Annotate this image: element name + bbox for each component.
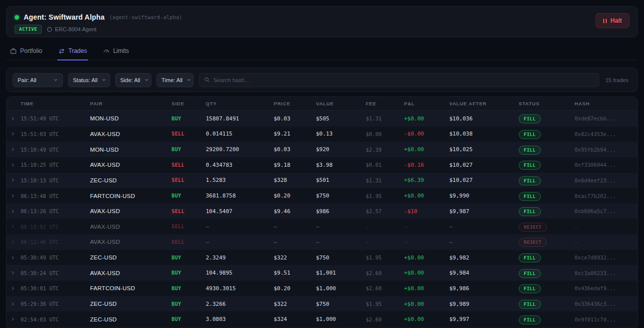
status-pill: FILL	[519, 161, 541, 170]
row-expand-chevron-icon[interactable]	[11, 302, 21, 306]
cell-pair: ZEC-USD	[90, 254, 172, 260]
row-expand-chevron-icon[interactable]	[11, 255, 21, 260]
cell-value: $750	[316, 254, 366, 261]
cell-price: –	[274, 223, 316, 230]
tab-limits[interactable]: Limits	[102, 44, 130, 60]
cell-fee: $0.00	[366, 131, 404, 137]
cell-fee: –	[366, 239, 404, 245]
cell-side: SELL	[172, 224, 206, 229]
table-row[interactable]: 06:12:46 UTCAVAX-USDSELL––––––REJECT–	[7, 234, 637, 250]
tab-portfolio[interactable]: Portfolio	[9, 44, 43, 60]
status-pill: FILL	[519, 315, 541, 324]
cell-price: $328	[274, 177, 316, 183]
cell-value: $986	[316, 208, 366, 215]
time-filter-dropdown[interactable]: Time: All	[156, 73, 194, 87]
row-expand-chevron-icon[interactable]	[11, 286, 21, 291]
row-expand-chevron-icon[interactable]	[11, 116, 21, 121]
cell-time: 15:10:25 UTC	[21, 162, 90, 168]
row-expand-chevron-icon[interactable]	[11, 271, 21, 275]
row-expand-chevron-icon[interactable]	[11, 224, 21, 229]
column-header-time: TIME	[21, 101, 90, 106]
table-row[interactable]: 05:29:36 UTCZEC-USDBUY2.3266$322$750$1.9…	[7, 296, 637, 312]
cell-pair: AVAX-USD	[90, 270, 172, 276]
status-pill: FILL	[519, 269, 541, 278]
table-row[interactable]: 15:10:25 UTCAVAX-USDSELL0.434783$9.18$3.…	[7, 157, 637, 173]
table-row[interactable]: 15:51:03 UTCAVAX-USDSELL0.014115$9.21$0.…	[7, 126, 637, 142]
cell-value-after: $9,982	[449, 254, 519, 261]
cell-status: FILL	[519, 283, 575, 293]
cell-status: FILL	[519, 299, 575, 309]
cell-time: 05:29:36 UTC	[21, 301, 90, 307]
column-header-pair: PAIR	[90, 101, 172, 106]
cell-time: 05:30:24 UTC	[21, 270, 90, 276]
side-filter-dropdown[interactable]: Side: All	[115, 73, 151, 87]
cell-pair: FARTCOIN-USD	[90, 193, 172, 199]
cell-value-after: $9,989	[449, 301, 519, 307]
pair-filter-dropdown[interactable]: Pair: All	[13, 73, 63, 87]
cell-time: 06:12:46 UTC	[21, 239, 90, 245]
cell-price: $0.20	[274, 285, 316, 292]
table-row[interactable]: 05:30:24 UTCAVAX-USDBUY104.9895$9.51$1,0…	[7, 265, 637, 281]
cell-pnl: +$0.00	[404, 254, 449, 261]
cell-pair: FARTCOIN-USD	[90, 285, 172, 291]
table-row[interactable]: 02:54:03 UTCZEC-USDBUY3.0803$324$1,000$2…	[7, 311, 637, 327]
cell-hash: 0xc3a00233...	[575, 270, 637, 276]
table-row[interactable]: 06:13:48 UTCFARTCOIN-USDBUY3681.8758$0.2…	[7, 188, 637, 204]
row-expand-chevron-icon[interactable]	[11, 178, 21, 182]
cell-time: 05:30:49 UTC	[21, 254, 90, 260]
cell-fee: $2.57	[366, 208, 404, 214]
agent-status-dot	[15, 15, 19, 20]
table-row[interactable]: 06:13:02 UTCAVAX-USDSELL––––––REJECT–	[7, 219, 637, 234]
cell-pnl: -$0.16	[404, 162, 449, 168]
halt-button[interactable]: Halt	[596, 13, 629, 28]
table-row[interactable]: 05:30:49 UTCZEC-USDBUY2.3249$322$750$1.9…	[7, 250, 637, 266]
row-expand-chevron-icon[interactable]	[11, 132, 21, 136]
table-row[interactable]: 15:10:13 UTCZEC-USDSELL1.5283$328$501$1.…	[7, 173, 637, 188]
pause-icon	[603, 19, 607, 23]
cell-value: $1,001	[316, 270, 366, 276]
table-row[interactable]: 05:30:01 UTCFARTCOIN-USDBUY4930.3015$0.2…	[7, 281, 637, 296]
row-expand-chevron-icon[interactable]	[11, 317, 21, 321]
portfolio-icon	[10, 48, 17, 54]
cell-status: FILL	[519, 252, 575, 263]
row-expand-chevron-icon[interactable]	[11, 163, 21, 167]
cell-qty: 29200.7200	[206, 146, 274, 153]
table-row[interactable]: 06:13:26 UTCAVAX-USDSELL104.5407$9.46$98…	[7, 204, 637, 219]
row-expand-chevron-icon[interactable]	[11, 240, 21, 244]
cell-pair: MON-USD	[90, 147, 172, 153]
cell-value-after: $9,997	[449, 316, 519, 322]
cell-fee: $1.31	[366, 115, 404, 121]
status-filter-dropdown[interactable]: Status: All	[68, 73, 110, 87]
row-expand-chevron-icon[interactable]	[11, 193, 21, 198]
row-expand-chevron-icon[interactable]	[11, 147, 21, 152]
chevron-down-icon	[53, 78, 58, 82]
status-pill: FILL	[519, 284, 541, 293]
cell-status: FILL	[519, 160, 575, 170]
table-row[interactable]: 15:51:49 UTCMON-USDBUY15807.8491$0.03$50…	[7, 111, 637, 126]
tab-limits-label: Limits	[113, 47, 129, 54]
status-pill: FILL	[519, 253, 541, 263]
row-expand-chevron-icon[interactable]	[11, 209, 21, 214]
column-header-status: STATUS	[519, 101, 575, 106]
column-header-side: SIDE	[172, 101, 206, 106]
cell-pnl: +$6.39	[404, 177, 449, 183]
cell-pair: AVAX-USD	[90, 131, 172, 137]
table-header-row: TIMEPAIRSIDEQTYPRICEVALUEFEEP&LVALUE AFT…	[7, 97, 637, 111]
cell-qty: 104.9895	[206, 270, 274, 276]
status-badge: ACTIVE	[15, 25, 42, 34]
cell-value: $1,000	[316, 285, 366, 292]
status-pill: FILL	[519, 114, 541, 123]
cell-time: 15:51:49 UTC	[21, 115, 90, 121]
status-pill: FILL	[519, 176, 541, 185]
cell-price: –	[274, 239, 316, 245]
agent-slug: (agent-swiftward-alpha)	[109, 14, 182, 20]
cell-status: FILL	[519, 113, 575, 123]
cell-pnl: +$0.00	[404, 316, 449, 322]
table-row[interactable]: 15:10:49 UTCMON-USDBUY29200.7200$0.03$92…	[7, 142, 637, 157]
search-hash-input[interactable]	[213, 77, 594, 83]
cell-time: 15:10:13 UTC	[21, 177, 90, 183]
tab-trades-label: Trades	[68, 47, 87, 54]
cell-qty: 0.434783	[206, 162, 274, 168]
cell-fee: $1.95	[366, 301, 404, 307]
tab-trades[interactable]: Trades	[57, 44, 88, 60]
